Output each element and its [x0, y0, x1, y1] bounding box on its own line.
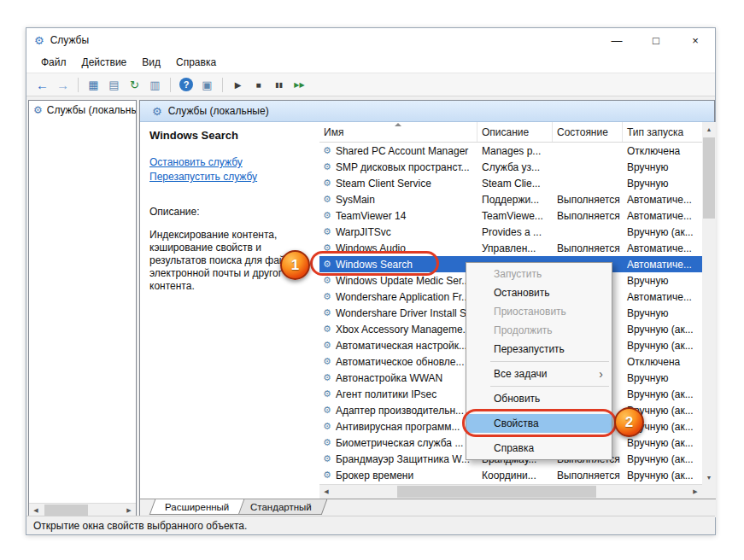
- service-status: Выполняется: [553, 242, 623, 254]
- list-vertical-scrollbar: ▲ ▼: [702, 122, 716, 484]
- context-menu-item-start: Запустить: [466, 265, 612, 283]
- scroll-thumb[interactable]: [44, 505, 88, 516]
- screenshot-canvas: ⚙ Службы — □ × ФайлДействиеВидСправка ←→…: [0, 0, 744, 560]
- service-row[interactable]: ⚙Брокер времениКоордини...ВыполняетсяВру…: [319, 467, 702, 483]
- menu-item[interactable]: Вид: [134, 56, 168, 68]
- submenu-arrow-icon: ›: [599, 367, 603, 381]
- service-startup-type: Вручную: [623, 372, 702, 384]
- service-name: Wondershare Application Fr...: [336, 291, 470, 303]
- service-name-cell: ⚙Брокер времени: [319, 470, 477, 481]
- service-name: Биометрическая служба ...: [336, 437, 464, 449]
- service-gear-icon: ⚙: [323, 307, 331, 318]
- scroll-thumb[interactable]: [703, 137, 715, 219]
- description-line: Индексирование контента,: [149, 229, 313, 242]
- help-button[interactable]: ?: [179, 78, 193, 91]
- service-row[interactable]: ⚙SysMainПоддержи...ВыполняетсяАвтоматиче…: [319, 191, 702, 207]
- context-menu-item-restart[interactable]: Перезапустить: [466, 340, 612, 359]
- service-name-cell: ⚙SMP дисковых пространст...: [319, 161, 477, 173]
- service-gear-icon: ⚙: [323, 145, 331, 156]
- service-name-cell: ⚙Shared PC Account Manager: [319, 145, 477, 157]
- service-row[interactable]: ⚙Steam Client ServiceSteam Clie...Вручну…: [319, 175, 702, 191]
- sort-ascending-icon: [395, 123, 401, 126]
- tree-item-label: Службы (локальны: [47, 104, 136, 116]
- export-button[interactable]: ▥: [146, 76, 164, 94]
- menu-item[interactable]: Справка: [168, 56, 224, 68]
- show-console-tree-button[interactable]: ▦: [85, 76, 103, 94]
- scroll-track[interactable]: [43, 504, 122, 516]
- list-header: Имя Описание Состояние Тип запуска: [319, 122, 702, 143]
- menu-item[interactable]: Действие: [74, 56, 135, 68]
- service-gear-icon: ⚙: [323, 470, 331, 481]
- service-gear-icon: ⚙: [323, 405, 331, 416]
- menu-item[interactable]: Файл: [33, 56, 74, 68]
- service-gear-icon: ⚙: [323, 388, 331, 400]
- column-header-name[interactable]: Имя: [319, 122, 477, 142]
- service-row[interactable]: ⚙SMP дисковых пространст...Служба уз...В…: [319, 159, 702, 175]
- scroll-left-icon[interactable]: ◀: [319, 485, 333, 499]
- stop-service-link[interactable]: Остановить службу: [149, 156, 313, 168]
- service-name-cell: ⚙Автоматическая настройк...: [319, 340, 477, 352]
- service-startup-type: Вручную (ак...: [623, 388, 702, 400]
- annotation-oval-properties: [462, 409, 617, 437]
- annotation-badge-1: 1: [280, 250, 310, 280]
- view-tab-standard[interactable]: Стандартный: [235, 499, 327, 515]
- scroll-down-icon[interactable]: ▼: [702, 470, 716, 484]
- export-list-button[interactable]: ▤: [105, 76, 123, 94]
- service-name: SysMain: [336, 194, 375, 206]
- services-gear-icon: ⚙: [33, 104, 43, 116]
- service-name-cell: ⚙TeamViewer 14: [319, 210, 477, 222]
- restart-service-button[interactable]: ▶▶: [290, 76, 308, 94]
- service-gear-icon: ⚙: [323, 324, 331, 335]
- service-name-cell: ⚙Агент политики IPsec: [319, 388, 477, 400]
- column-header-status[interactable]: Состояние: [553, 122, 623, 142]
- service-startup-type: Автоматиче...: [623, 291, 702, 303]
- maximize-button[interactable]: □: [636, 28, 676, 52]
- context-menu-item-help[interactable]: Справка: [466, 439, 612, 458]
- forward-button[interactable]: →: [54, 76, 72, 94]
- service-name: Агент политики IPsec: [336, 388, 436, 400]
- restart-service-link[interactable]: Перезапустить службу: [149, 171, 313, 183]
- menu-separator: [490, 386, 609, 387]
- service-name-cell: ⚙SysMain: [319, 194, 477, 206]
- service-row[interactable]: ⚙TeamViewer 14TeamViewe...ВыполняетсяАвт…: [319, 207, 702, 224]
- scroll-thumb[interactable]: [397, 486, 596, 498]
- service-startup-type: Вручную: [623, 178, 702, 190]
- view-tab-extended[interactable]: Расширенный: [149, 499, 245, 515]
- annotation-oval-windows-search: [310, 251, 439, 276]
- service-row[interactable]: ⚙WarpJITSvcProvides a ...Вручную (ак...: [319, 224, 702, 240]
- tab-label: Стандартный: [250, 502, 312, 512]
- service-name: SMP дисковых пространст...: [336, 161, 470, 173]
- scroll-right-icon[interactable]: ▶: [688, 485, 702, 499]
- start-service-button[interactable]: ▶: [229, 76, 247, 94]
- service-startup-type: Автоматиче...: [623, 210, 702, 222]
- view-tabs: РасширенныйСтандартный: [140, 499, 716, 517]
- service-name-cell: ⚙WarpJITSvc: [319, 226, 477, 238]
- scroll-up-icon[interactable]: ▲: [702, 122, 716, 136]
- context-menu-item-refresh[interactable]: Обновить: [466, 389, 612, 408]
- service-description: Координи...: [477, 470, 553, 481]
- refresh-button[interactable]: ↻: [126, 76, 144, 94]
- column-header-startup-type[interactable]: Тип запуска: [623, 122, 702, 142]
- close-button[interactable]: ×: [676, 28, 715, 52]
- scroll-track[interactable]: [333, 485, 688, 499]
- tree-item-services-local[interactable]: ⚙ Службы (локальны: [29, 101, 136, 119]
- scrollbar-corner: [702, 484, 716, 499]
- service-gear-icon: ⚙: [323, 291, 331, 302]
- pause-service-button[interactable]: ▮▮: [270, 76, 288, 94]
- service-row[interactable]: ⚙Shared PC Account ManagerManages p...От…: [319, 143, 702, 159]
- service-startup-type: Отключена: [623, 356, 702, 368]
- column-header-description[interactable]: Описание: [477, 122, 553, 142]
- stop-service-button[interactable]: ■: [249, 76, 267, 94]
- properties-window-button[interactable]: ▣: [198, 76, 216, 94]
- context-menu-item-pause: Приостановить: [466, 302, 612, 321]
- context-menu-item-all-tasks[interactable]: Все задачи›: [466, 365, 612, 383]
- service-name: Xbox Accessory Manageme...: [336, 324, 472, 335]
- back-button[interactable]: ←: [33, 76, 51, 94]
- service-startup-type: Автоматиче...: [623, 259, 702, 271]
- context-menu-item-stop[interactable]: Остановить: [466, 283, 612, 302]
- window-controls: — □ ×: [597, 28, 715, 52]
- service-startup-type: Вручную: [623, 161, 702, 173]
- minimize-button[interactable]: —: [597, 28, 636, 52]
- menu-separator: [490, 361, 609, 362]
- service-name: Адаптер производительн...: [336, 405, 464, 417]
